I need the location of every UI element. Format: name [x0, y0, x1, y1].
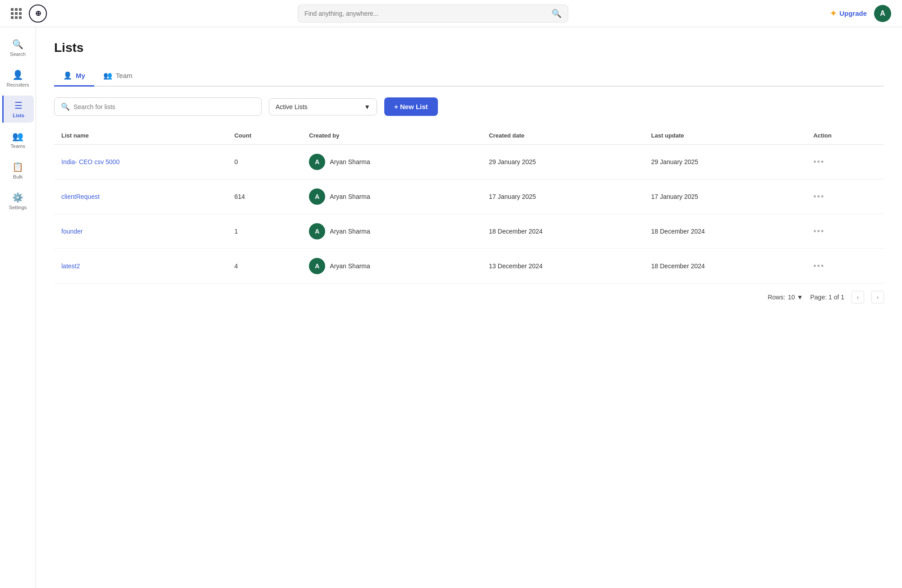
cell-created-date: 29 January 2025 — [482, 145, 644, 179]
list-search-icon: 🔍 — [61, 102, 70, 111]
tab-my-label: My — [76, 72, 85, 79]
action-menu-button[interactable]: ••• — [813, 262, 824, 271]
creator-avatar: A — [309, 258, 325, 274]
user-avatar[interactable]: A — [874, 5, 891, 22]
new-list-button[interactable]: + New List — [384, 97, 438, 116]
sidebar-item-bulk[interactable]: 📋 Bulk — [2, 157, 34, 184]
cell-created-by: A Aryan Sharma — [302, 145, 482, 179]
prev-page-button[interactable]: ‹ — [851, 291, 864, 303]
sidebar-teams-label: Teams — [10, 143, 25, 149]
cell-last-update: 17 January 2025 — [644, 179, 806, 214]
creator-avatar: A — [309, 188, 325, 205]
nav-right: ✦ Upgrade A — [830, 5, 891, 22]
tab-team-label: Team — [116, 72, 133, 79]
list-name-link[interactable]: founder — [61, 228, 83, 235]
settings-icon: ⚙️ — [12, 192, 23, 203]
list-search-wrapper: 🔍 — [54, 97, 262, 116]
search-icon: 🔍 — [12, 39, 23, 50]
table-row: founder 1 A Aryan Sharma 18 December 202… — [54, 214, 884, 249]
sidebar-lists-label: Lists — [13, 113, 24, 118]
col-created-date: Created date — [482, 127, 644, 145]
creator-avatar: A — [309, 154, 325, 170]
tab-my-icon: 👤 — [63, 71, 72, 80]
sidebar: 🔍 Search 👤 Recruiters ☰ Lists 👥 Teams 📋 … — [0, 27, 36, 588]
nav-left: ⊕ — [11, 5, 47, 23]
cell-count: 614 — [227, 179, 302, 214]
teams-icon: 👥 — [12, 131, 23, 142]
tab-my[interactable]: 👤 My — [54, 66, 94, 87]
sidebar-item-settings[interactable]: ⚙️ Settings — [2, 188, 34, 215]
global-search-icon: 🔍 — [552, 9, 561, 18]
filter-value: Active Lists — [276, 103, 308, 110]
lists-table: List name Count Created by Created date … — [54, 127, 884, 284]
tab-team-icon: 👥 — [103, 71, 112, 80]
cell-count: 4 — [227, 249, 302, 284]
rows-per-page-value: 10 — [788, 294, 795, 301]
cell-list-name: India- CEO csv 5000 — [54, 145, 227, 179]
cell-created-date: 17 January 2025 — [482, 179, 644, 214]
rows-per-page: Rows: 10 ▼ — [768, 294, 803, 301]
tab-team[interactable]: 👥 Team — [94, 66, 142, 87]
recruiters-icon: 👤 — [12, 69, 23, 80]
col-list-name: List name — [54, 127, 227, 145]
sidebar-item-teams[interactable]: 👥 Teams — [2, 126, 34, 153]
cell-list-name: founder — [54, 214, 227, 249]
logo[interactable]: ⊕ — [29, 5, 47, 23]
sidebar-item-search[interactable]: 🔍 Search — [2, 34, 34, 61]
sidebar-item-recruiters[interactable]: 👤 Recruiters — [2, 65, 34, 92]
table-row: clientRequest 614 A Aryan Sharma 17 Janu… — [54, 179, 884, 214]
cell-created-date: 18 December 2024 — [482, 214, 644, 249]
page-title: Lists — [54, 41, 884, 55]
col-action: Action — [806, 127, 884, 145]
table-row: India- CEO csv 5000 0 A Aryan Sharma 29 … — [54, 145, 884, 179]
list-name-link[interactable]: latest2 — [61, 262, 80, 270]
global-search-input[interactable] — [304, 10, 547, 17]
table-body: India- CEO csv 5000 0 A Aryan Sharma 29 … — [54, 145, 884, 284]
cell-action: ••• — [806, 214, 884, 249]
sidebar-search-label: Search — [10, 51, 26, 57]
table-header: List name Count Created by Created date … — [54, 127, 884, 145]
cell-action: ••• — [806, 249, 884, 284]
tabs: 👤 My 👥 Team — [54, 66, 884, 87]
rows-chevron-icon: ▼ — [797, 294, 803, 301]
pagination: Rows: 10 ▼ Page: 1 of 1 ‹ › — [54, 284, 884, 305]
cell-created-date: 13 December 2024 — [482, 249, 644, 284]
action-menu-button[interactable]: ••• — [813, 157, 824, 166]
filter-dropdown[interactable]: Active Lists ▼ — [269, 98, 377, 115]
global-search-bar: 🔍 — [298, 5, 568, 23]
cell-last-update: 18 December 2024 — [644, 214, 806, 249]
col-created-by: Created by — [302, 127, 482, 145]
table-row: latest2 4 A Aryan Sharma 13 December 202… — [54, 249, 884, 284]
cell-created-by: A Aryan Sharma — [302, 249, 482, 284]
sidebar-settings-label: Settings — [9, 205, 27, 210]
lists-icon: ☰ — [14, 100, 23, 111]
action-menu-button[interactable]: ••• — [813, 192, 824, 201]
list-name-link[interactable]: clientRequest — [61, 193, 100, 200]
main-layout: 🔍 Search 👤 Recruiters ☰ Lists 👥 Teams 📋 … — [0, 27, 902, 588]
cell-list-name: clientRequest — [54, 179, 227, 214]
chevron-down-icon: ▼ — [364, 103, 370, 110]
toolbar: 🔍 Active Lists ▼ + New List — [54, 97, 884, 116]
rows-select[interactable]: 10 ▼ — [788, 294, 803, 301]
upgrade-label: Upgrade — [839, 9, 867, 17]
top-navigation: ⊕ 🔍 ✦ Upgrade A — [0, 0, 902, 27]
main-content: Lists 👤 My 👥 Team 🔍 Active Lists ▼ + New… — [36, 27, 902, 588]
action-menu-button[interactable]: ••• — [813, 227, 824, 236]
creator-name: Aryan Sharma — [330, 193, 370, 200]
sidebar-item-lists[interactable]: ☰ Lists — [2, 96, 34, 123]
cell-created-by: A Aryan Sharma — [302, 179, 482, 214]
cell-count: 1 — [227, 214, 302, 249]
next-page-button[interactable]: › — [871, 291, 884, 303]
grid-menu-icon[interactable] — [11, 8, 22, 19]
upgrade-star-icon: ✦ — [830, 9, 837, 18]
creator-name: Aryan Sharma — [330, 262, 370, 270]
upgrade-button[interactable]: ✦ Upgrade — [830, 9, 867, 18]
list-name-link[interactable]: India- CEO csv 5000 — [61, 158, 120, 165]
col-count: Count — [227, 127, 302, 145]
creator-name: Aryan Sharma — [330, 228, 370, 235]
cell-last-update: 29 January 2025 — [644, 145, 806, 179]
creator-avatar: A — [309, 223, 325, 239]
cell-action: ••• — [806, 145, 884, 179]
list-search-input[interactable] — [74, 103, 255, 110]
sidebar-recruiters-label: Recruiters — [6, 82, 29, 87]
